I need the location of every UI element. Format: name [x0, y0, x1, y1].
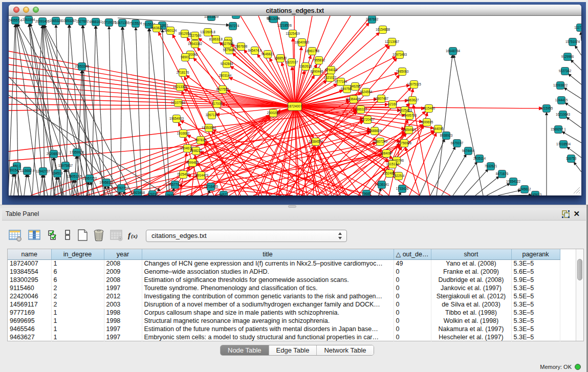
svg-text:19384554: 19384554	[309, 140, 323, 143]
svg-text:98901: 98901	[181, 55, 190, 59]
svg-text:7632621: 7632621	[485, 164, 497, 168]
svg-text:2867608: 2867608	[235, 45, 248, 48]
svg-text:10653287: 10653287	[62, 19, 77, 23]
svg-text:2718176: 2718176	[177, 71, 189, 74]
svg-text:9129966: 9129966	[561, 55, 574, 58]
svg-text:12942737: 12942737	[36, 169, 51, 173]
svg-text:7515524: 7515524	[129, 21, 142, 25]
svg-text:2935114: 2935114	[473, 157, 486, 160]
svg-text:12923468: 12923468	[130, 191, 145, 194]
svg-text:1916682: 1916682	[177, 132, 190, 135]
svg-text:12213967: 12213967	[385, 40, 400, 43]
svg-text:8990448: 8990448	[311, 70, 323, 73]
svg-text:134519: 134519	[52, 171, 63, 175]
svg-text:16210643: 16210643	[556, 113, 571, 116]
svg-text:20206578: 20206578	[47, 152, 61, 156]
svg-text:10973493: 10973493	[393, 53, 407, 56]
svg-text:8215955: 8215955	[540, 106, 553, 110]
svg-text:1498222: 1498222	[190, 149, 203, 152]
svg-text:2263394: 2263394	[23, 18, 35, 21]
svg-text:1527602: 1527602	[76, 19, 89, 23]
svg-text:10688609: 10688609	[367, 129, 382, 133]
svg-text:94577: 94577	[219, 193, 228, 195]
svg-text:9115460: 9115460	[423, 106, 435, 110]
svg-text:9463627: 9463627	[406, 98, 419, 102]
svg-text:965779.1: 965779.1	[168, 183, 182, 186]
svg-text:1588520: 1588520	[274, 56, 287, 60]
svg-text:7663822: 7663822	[150, 26, 163, 30]
svg-text:15716485: 15716485	[204, 185, 219, 188]
svg-text:1117345: 1117345	[574, 26, 581, 29]
svg-text:17359928: 17359928	[70, 150, 84, 154]
svg-text:25225.4: 25225.4	[393, 174, 405, 178]
svg-text:13975115: 13975115	[407, 82, 421, 86]
svg-text:10543382: 10543382	[188, 42, 203, 46]
svg-text:10807487: 10807487	[374, 97, 389, 100]
svg-text:9245612: 9245612	[518, 187, 531, 191]
svg-text:10756928: 10756928	[397, 141, 412, 145]
svg-text:7357274: 7357274	[227, 24, 239, 28]
svg-text:17016504: 17016504	[556, 142, 571, 146]
svg-text:9227342: 9227342	[559, 69, 572, 73]
svg-text:12218506: 12218506	[277, 24, 292, 27]
svg-text:6679197: 6679197	[451, 141, 464, 145]
svg-text:6794028: 6794028	[325, 68, 338, 72]
svg-text:16648784: 16648784	[446, 49, 461, 53]
svg-text:1115682.9: 1115682.9	[20, 169, 35, 172]
svg-text:1290513.5: 1290513.5	[67, 174, 82, 178]
svg-text:746266: 746266	[350, 84, 361, 88]
svg-text:9327508: 9327508	[221, 42, 234, 46]
svg-text:1322605.8: 1322605.8	[200, 30, 215, 34]
svg-text:2387682: 2387682	[366, 17, 379, 21]
svg-text:21364436: 21364436	[346, 97, 361, 101]
svg-text:9242848: 9242848	[221, 62, 233, 65]
svg-text:62160: 62160	[388, 102, 397, 106]
svg-text:7955812: 7955812	[313, 58, 325, 62]
svg-text:417004: 417004	[211, 102, 223, 105]
svg-text:9245613: 9245613	[529, 193, 542, 195]
svg-text:3227509: 3227509	[189, 34, 202, 37]
svg-text:10653809: 10653809	[204, 16, 219, 18]
svg-text:845474.9: 845474.9	[248, 49, 262, 52]
svg-text:9146821: 9146821	[262, 52, 274, 56]
svg-text:18807249: 18807249	[373, 140, 388, 143]
svg-text:10958117: 10958117	[99, 181, 114, 184]
svg-text:39154: 39154	[9, 168, 18, 172]
svg-text:1065328: 1065328	[50, 19, 62, 23]
svg-text:7625402: 7625402	[177, 172, 190, 176]
svg-text:7485063: 7485063	[396, 70, 409, 73]
svg-text:20091406: 20091406	[35, 19, 50, 23]
svg-text:1244415: 1244415	[555, 98, 568, 102]
svg-text:8938923: 8938923	[440, 134, 453, 137]
svg-text:8813054: 8813054	[268, 17, 280, 20]
svg-text:7986322: 7986322	[355, 107, 367, 111]
svg-text:10782759: 10782759	[114, 186, 129, 190]
svg-text:16914479: 16914479	[194, 173, 209, 177]
svg-text:3267130: 3267130	[206, 113, 219, 117]
svg-text:3624554: 3624554	[360, 90, 373, 94]
svg-text:10671355: 10671355	[115, 21, 130, 25]
svg-text:1362615: 1362615	[299, 64, 312, 68]
svg-text:9474444: 9474444	[462, 149, 475, 152]
svg-text:19654933: 19654933	[169, 117, 184, 120]
svg-text:6966161: 6966161	[90, 20, 102, 24]
svg-text:14136141: 14136141	[375, 183, 389, 186]
svg-text:9084067: 9084067	[380, 151, 393, 155]
svg-text:1569297.1: 1569297.1	[551, 127, 566, 131]
svg-text:17957253: 17957253	[82, 177, 97, 180]
svg-text:13975867: 13975867	[58, 164, 73, 167]
svg-text:887833: 887833	[195, 138, 206, 142]
svg-text:11325419: 11325419	[286, 32, 300, 35]
svg-text:20053346: 20053346	[75, 64, 90, 68]
svg-text:15720407: 15720407	[360, 118, 375, 121]
svg-text:79685: 79685	[362, 192, 371, 195]
svg-text:6322037: 6322037	[286, 60, 298, 64]
svg-text:144095: 144095	[432, 127, 444, 130]
svg-text:18724007: 18724007	[288, 104, 302, 108]
svg-text:1733426: 1733426	[396, 187, 409, 190]
svg-text:3960124: 3960124	[164, 29, 177, 32]
svg-text:8471676: 8471676	[496, 172, 509, 176]
svg-text:818632.8: 818632.8	[209, 37, 223, 41]
svg-text:129234: 129234	[147, 192, 158, 195]
svg-text:12213363: 12213363	[173, 85, 188, 89]
